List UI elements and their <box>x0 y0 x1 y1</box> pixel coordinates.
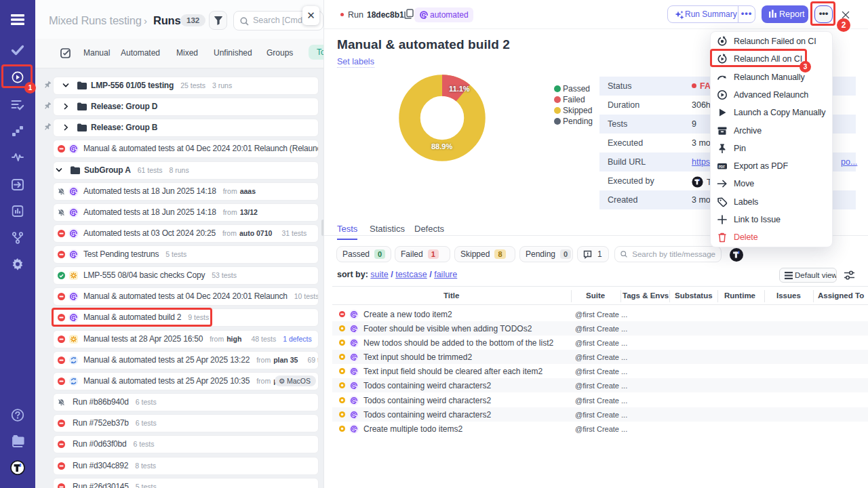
svg-text:88.9%: 88.9% <box>431 142 452 150</box>
svg-text:PDF: PDF <box>719 165 725 169</box>
svg-text:11.1%: 11.1% <box>449 85 470 93</box>
